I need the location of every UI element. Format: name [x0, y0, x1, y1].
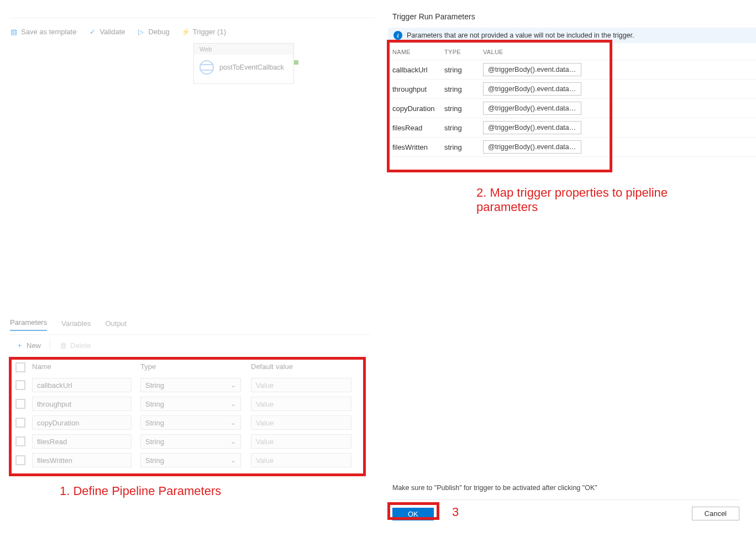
debug-button[interactable]: ▷ Debug: [137, 28, 169, 36]
header-type: Type: [140, 362, 251, 372]
pipeline-bottom-tabs: Parameters Variables Output: [10, 315, 370, 335]
parameter-row: String⌄: [15, 453, 360, 467]
param-type-select[interactable]: String⌄: [140, 453, 241, 467]
trigger-param-type: string: [444, 85, 483, 93]
param-name-input[interactable]: [32, 397, 132, 411]
trigger-param-name: callbackUrl: [392, 66, 444, 74]
row-checkbox[interactable]: [15, 380, 25, 390]
trigger-param-row: callbackUrl string: [392, 60, 756, 80]
trig-header-type: TYPE: [444, 49, 483, 55]
delete-parameter-button[interactable]: 🗑 Delete: [59, 341, 91, 350]
row-checkbox[interactable]: [15, 436, 25, 446]
parameters-toolbar: ＋ New 🗑 Delete: [15, 340, 91, 350]
tab-parameters[interactable]: Parameters: [10, 318, 47, 331]
trig-header-value: VALUE: [483, 49, 756, 55]
globe-icon: [200, 60, 214, 75]
trigger-param-name: throughput: [392, 85, 444, 93]
plus-icon: ＋: [15, 341, 23, 349]
param-type-select[interactable]: String⌄: [140, 434, 241, 449]
chevron-down-icon: ⌄: [230, 400, 236, 408]
parameter-row: String⌄: [15, 378, 360, 392]
activity-name: postToEventCallback: [219, 64, 284, 71]
debug-label: Debug: [148, 28, 169, 36]
parameter-row: String⌄: [15, 415, 360, 430]
trigger-param-name: filesRead: [392, 124, 444, 132]
trigger-param-value-input[interactable]: [483, 102, 581, 115]
trigger-param-row: filesWritten string: [392, 138, 756, 157]
row-checkbox[interactable]: [15, 418, 25, 428]
header-default: Default value: [251, 362, 356, 372]
select-all-checkbox[interactable]: [15, 362, 25, 372]
trigger-param-value-input[interactable]: [483, 82, 581, 96]
param-type-select[interactable]: String⌄: [140, 378, 241, 392]
trigger-param-type: string: [444, 104, 483, 113]
param-name-input[interactable]: [32, 378, 132, 392]
trigger-param-row: filesRead string: [392, 118, 756, 138]
validate-button[interactable]: ✓ Validate: [88, 28, 125, 36]
trigger-param-value-input[interactable]: [483, 121, 581, 134]
row-checkbox[interactable]: [15, 455, 25, 465]
param-name-input[interactable]: [32, 453, 132, 467]
save-as-template-label: Save as template: [21, 28, 76, 36]
trigger-label: Trigger (1): [193, 28, 226, 36]
trigger-button[interactable]: ⚡ Trigger (1): [182, 28, 226, 36]
annotation-text-1: 1. Define Pipeline Parameters: [60, 484, 221, 498]
bolt-icon: ⚡: [182, 28, 190, 36]
check-icon: ✓: [88, 28, 96, 36]
activity-type-label: Web: [194, 44, 293, 55]
tab-output[interactable]: Output: [105, 319, 127, 331]
cancel-button[interactable]: Cancel: [692, 507, 739, 520]
parameters-table: Name Type Default value String⌄ String⌄ …: [15, 362, 360, 472]
toolbar-separator: [50, 340, 50, 350]
parameter-row: String⌄: [15, 434, 360, 449]
validate-label: Validate: [99, 28, 125, 36]
trigger-run-parameters-panel: Trigger Run Parameters i Parameters that…: [376, 0, 756, 558]
pipeline-toolbar: ▧ Save as template ✓ Validate ▷ Debug ⚡ …: [10, 18, 376, 38]
trash-icon: 🗑: [59, 341, 67, 349]
param-name-input[interactable]: [32, 415, 132, 430]
trigger-param-value-input[interactable]: [483, 63, 581, 76]
header-name: Name: [32, 362, 140, 372]
trigger-param-type: string: [444, 143, 483, 151]
tab-variables[interactable]: Variables: [61, 319, 91, 331]
template-icon: ▧: [10, 28, 18, 36]
row-checkbox[interactable]: [15, 399, 25, 409]
ok-button[interactable]: OK: [392, 508, 434, 520]
annotation-text-2: 2. Map trigger properties to pipeline pa…: [476, 186, 670, 214]
param-type-select[interactable]: String⌄: [140, 397, 241, 411]
web-activity-node[interactable]: Web postToEventCallback: [193, 43, 294, 84]
param-default-input[interactable]: [251, 397, 351, 411]
param-default-input[interactable]: [251, 378, 351, 392]
panel-footer: OK: [392, 499, 739, 520]
chevron-down-icon: ⌄: [230, 438, 236, 445]
trigger-param-type: string: [444, 124, 483, 132]
trigger-param-name: copyDuration: [392, 104, 444, 113]
trigger-params-table: NAME TYPE VALUE callbackUrl string throu…: [392, 44, 756, 157]
chevron-down-icon: ⌄: [230, 456, 236, 464]
info-icon: i: [393, 31, 402, 40]
info-banner-text: Parameters that are not provided a value…: [407, 31, 634, 39]
parameter-row: String⌄: [15, 397, 360, 411]
publish-note: Make sure to "Publish" for trigger to be…: [392, 484, 597, 492]
trigger-param-type: string: [444, 66, 483, 74]
param-default-input[interactable]: [251, 453, 351, 467]
param-default-input[interactable]: [251, 434, 351, 449]
trigger-param-name: filesWritten: [392, 143, 444, 151]
info-banner: i Parameters that are not provided a val…: [388, 28, 756, 43]
trig-header-name: NAME: [392, 49, 444, 55]
save-as-template-button[interactable]: ▧ Save as template: [10, 28, 76, 36]
trigger-param-value-input[interactable]: [483, 140, 581, 154]
chevron-down-icon: ⌄: [230, 381, 236, 389]
annotation-text-3: 3: [452, 505, 459, 519]
play-icon: ▷: [137, 28, 145, 36]
new-label: New: [27, 341, 41, 350]
delete-label: Delete: [70, 341, 91, 350]
new-parameter-button[interactable]: ＋ New: [15, 341, 41, 350]
chevron-down-icon: ⌄: [230, 419, 236, 427]
param-default-input[interactable]: [251, 415, 351, 430]
panel-title: Trigger Run Parameters: [392, 12, 475, 21]
param-name-input[interactable]: [32, 434, 132, 449]
param-type-select[interactable]: String⌄: [140, 415, 241, 430]
activity-output-connector[interactable]: [294, 60, 298, 65]
pipeline-canvas-pane: ▧ Save as template ✓ Validate ▷ Debug ⚡ …: [0, 0, 376, 558]
